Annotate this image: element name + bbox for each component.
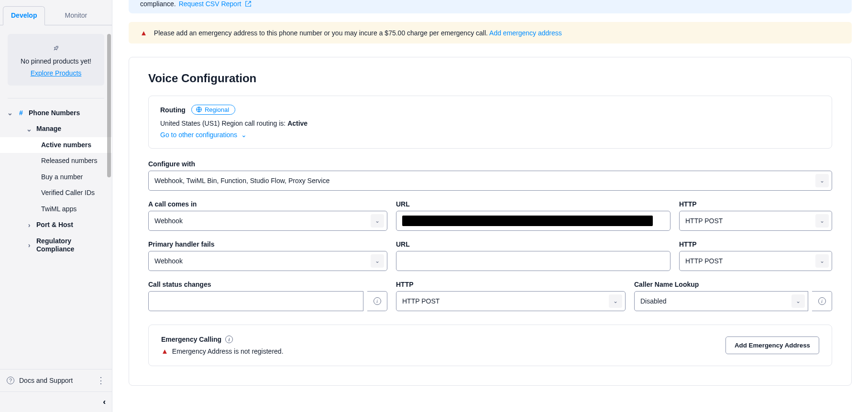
chevron-right-icon: › <box>26 221 33 229</box>
banner-tail-text: compliance. <box>140 0 176 8</box>
emergency-calling-panel: Emergency Calling i ▲ Emergency Address … <box>148 325 832 366</box>
chevron-down-icon: ⌄ <box>609 294 622 308</box>
goto-other-configurations[interactable]: Go to other configurations ⌄ <box>160 131 247 139</box>
double-chevron-left-icon: ‹‹ <box>103 398 103 406</box>
nav-port-host[interactable]: › Port & Host <box>0 217 112 233</box>
nav-label: Released numbers <box>41 157 98 165</box>
call-in-http-select[interactable]: HTTP POST ⌄ <box>679 211 832 231</box>
chevron-down-icon: ⌄ <box>26 125 33 133</box>
call-in-url-input[interactable] <box>396 211 670 231</box>
sidebar-tabs: Develop Monitor <box>0 0 112 25</box>
nav-verified-caller-ids[interactable]: Verified Caller IDs <box>0 185 112 201</box>
add-emergency-address-button[interactable]: Add Emergency Address <box>725 336 819 354</box>
divider <box>8 98 104 98</box>
routing-status: Active <box>287 119 308 127</box>
nav-regulatory-compliance[interactable]: › Regulatory Compliance <box>0 233 112 258</box>
nav-phone-numbers[interactable]: ⌄ # Phone Numbers <box>0 105 112 121</box>
call-status-http-select[interactable]: HTTP POST ⌄ <box>396 291 626 311</box>
primary-fail-url-input[interactable] <box>396 251 670 271</box>
routing-label: Routing <box>160 106 186 114</box>
caller-lookup-info-button[interactable]: i <box>812 291 832 311</box>
alert-body: Please add an emergency address to this … <box>154 29 562 37</box>
call-status-label: Call status changes <box>148 281 387 288</box>
select-value: Webhook <box>154 217 183 225</box>
info-icon: i <box>374 297 381 305</box>
select-value: Webhook <box>154 257 183 265</box>
chevron-down-icon: ⌄ <box>815 254 829 268</box>
nav-label: Buy a number <box>41 173 83 182</box>
routing-prefix: United States (US1) Region call routing … <box>160 119 286 127</box>
call-status-http-label: HTTP <box>396 281 626 288</box>
nav-active-numbers[interactable]: Active numbers <box>0 137 112 153</box>
info-icon[interactable]: i <box>225 336 233 343</box>
warning-icon: ▲ <box>161 347 168 355</box>
chevron-down-icon: ⌄ <box>791 294 805 308</box>
configure-with-select[interactable]: Webhook, TwiML Bin, Function, Studio Flo… <box>148 171 832 191</box>
docs-label: Docs and Support <box>19 377 73 384</box>
hash-icon: # <box>17 109 25 117</box>
pinned-empty-text: No pinned products yet! <box>15 57 97 66</box>
info-banner: compliance. Request CSV Report <box>129 0 852 13</box>
chevron-down-icon: ⌄ <box>815 174 829 187</box>
sidebar: Develop Monitor No pinned products yet! … <box>0 0 112 412</box>
nav-label: Regulatory Compliance <box>36 237 107 254</box>
nav-buy-number[interactable]: Buy a number <box>0 169 112 185</box>
alert-text: Please add an emergency address to this … <box>154 29 488 37</box>
call-comes-in-label: A call comes in <box>148 200 387 208</box>
external-link-icon <box>245 0 252 8</box>
nav-twiml-apps[interactable]: TwiML apps <box>0 201 112 217</box>
primary-fail-select[interactable]: Webhook ⌄ <box>148 251 387 271</box>
select-value: HTTP POST <box>685 257 723 265</box>
pill-text: Regional <box>205 106 229 113</box>
tab-develop[interactable]: Develop <box>3 6 45 25</box>
call-in-url-label: URL <box>396 200 670 208</box>
docs-and-support[interactable]: ? Docs and Support <box>7 377 73 384</box>
emergency-not-registered-text: Emergency Address is not registered. <box>172 347 284 355</box>
call-status-info-button[interactable]: i <box>367 291 387 311</box>
call-status-url-input[interactable] <box>148 291 363 311</box>
call-in-http-label: HTTP <box>679 200 832 208</box>
call-comes-in-select[interactable]: Webhook ⌄ <box>148 211 387 231</box>
help-icon: ? <box>7 377 14 384</box>
goto-text: Go to other configurations <box>160 131 237 139</box>
nav-released-numbers[interactable]: Released numbers <box>0 153 112 169</box>
primary-fail-http-select[interactable]: HTTP POST ⌄ <box>679 251 832 271</box>
configure-with-label: Configure with <box>148 160 832 168</box>
nav-label: TwiML apps <box>41 205 77 214</box>
add-emergency-address-link[interactable]: Add emergency address <box>489 29 562 37</box>
request-csv-report-link[interactable]: Request CSV Report <box>179 0 252 8</box>
caller-lookup-select[interactable]: Disabled ⌄ <box>634 291 808 311</box>
link-text: Request CSV Report <box>179 0 242 8</box>
more-menu-icon[interactable]: ⋮ <box>97 376 105 385</box>
select-value: HTTP POST <box>685 217 723 225</box>
warning-icon: ▲ <box>140 29 147 37</box>
nav-label: Active numbers <box>41 141 91 150</box>
chevron-down-icon: ⌄ <box>371 254 384 268</box>
emergency-address-alert: ▲ Please add an emergency address to thi… <box>129 22 852 43</box>
main-content: compliance. Request CSV Report ▲ Please … <box>112 0 868 412</box>
regional-pill[interactable]: Regional <box>191 105 235 115</box>
chevron-right-icon: › <box>26 241 33 249</box>
nav-label: Verified Caller IDs <box>41 189 95 197</box>
chevron-down-icon: ⌄ <box>7 109 13 117</box>
routing-status-text: United States (US1) Region call routing … <box>160 119 820 127</box>
nav-label: Manage <box>36 125 61 133</box>
nav-label: Port & Host <box>36 221 73 229</box>
info-icon: i <box>818 297 826 305</box>
chevron-down-icon: ⌄ <box>815 214 829 228</box>
scrollbar-thumb[interactable] <box>107 34 111 177</box>
chevron-down-icon: ⌄ <box>371 214 384 228</box>
collapse-sidebar[interactable]: ‹‹ <box>0 391 112 412</box>
explore-products-link[interactable]: Explore Products <box>31 69 82 77</box>
routing-panel: Routing Regional United States (US1) Reg… <box>148 96 832 149</box>
pin-icon <box>51 43 61 53</box>
nav-manage[interactable]: ⌄ Manage <box>0 121 112 137</box>
redacted-url-value <box>402 216 653 226</box>
sidebar-scroll: No pinned products yet! Explore Products… <box>0 25 112 369</box>
pinned-products-box: No pinned products yet! Explore Products <box>8 34 104 86</box>
sidebar-footer: ? Docs and Support ⋮ <box>0 369 112 391</box>
voice-config-title: Voice Configuration <box>148 72 832 85</box>
tab-monitor[interactable]: Monitor <box>56 6 95 25</box>
select-value: Disabled <box>640 297 666 305</box>
chevron-down-icon: ⌄ <box>241 131 247 139</box>
